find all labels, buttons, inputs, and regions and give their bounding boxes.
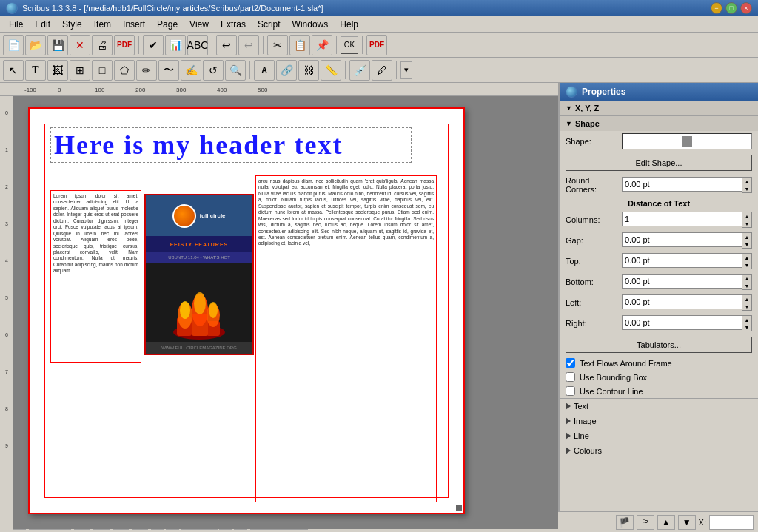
gap-down[interactable]: ▼ xyxy=(742,240,751,248)
top-up[interactable]: ▲ xyxy=(742,254,751,261)
titlebar-controls[interactable]: − □ × xyxy=(711,2,752,14)
flag-icon-1[interactable]: 🏴 xyxy=(616,515,634,530)
zoom-tool[interactable]: 🔍 xyxy=(225,60,246,81)
left-down[interactable]: ▼ xyxy=(742,303,751,310)
image-tool[interactable]: 🖼 xyxy=(47,60,68,81)
tabulators-button[interactable]: Tabulators... xyxy=(566,337,752,353)
text-edit-tool[interactable]: A xyxy=(254,60,275,81)
minimize-button[interactable]: − xyxy=(711,2,722,14)
contour-line-row: Use Contour Line xyxy=(560,384,758,398)
bounding-box-checkbox[interactable] xyxy=(566,372,575,382)
titlebar: Scribus 1.3.3.8 - [/media/hdb1/FullCircl… xyxy=(0,0,758,16)
text-section[interactable]: Text xyxy=(560,399,758,414)
right-text-frame[interactable]: arcu risus dapibus diam, nec sollicitudi… xyxy=(255,175,437,502)
resize-handle[interactable] xyxy=(456,505,462,511)
right-up[interactable]: ▲ xyxy=(742,316,751,323)
edit-shape-button[interactable]: Edit Shape... xyxy=(566,155,752,171)
bezier-tool[interactable]: 〜 xyxy=(158,60,179,81)
freehand-tool[interactable]: ✍ xyxy=(181,60,201,81)
round-corners-up[interactable]: ▲ xyxy=(742,178,751,185)
columns-input[interactable] xyxy=(622,212,742,226)
pen-tool[interactable]: 🖊 xyxy=(372,60,392,81)
top-input[interactable] xyxy=(622,253,742,268)
line-section[interactable]: Line xyxy=(560,428,758,443)
x-coord-input[interactable] xyxy=(709,515,754,530)
measure-tool[interactable]: 📏 xyxy=(321,60,341,81)
menu-extras[interactable]: Extras xyxy=(215,18,252,31)
open-button[interactable]: 📂 xyxy=(25,35,46,55)
left-text-frame[interactable]: Lorem ipsum dolor sit amet, consectetuer… xyxy=(50,190,141,363)
right-input[interactable] xyxy=(622,315,742,330)
shape-section-header[interactable]: ▼ Shape xyxy=(560,116,758,131)
select-tool[interactable]: ↖ xyxy=(3,60,24,81)
save-pdf-button[interactable]: 📊 xyxy=(165,35,186,55)
left-up[interactable]: ▲ xyxy=(742,295,751,303)
ok-button[interactable]: OK xyxy=(341,36,358,54)
svg-text:2: 2 xyxy=(5,184,8,189)
bottom-up[interactable]: ▲ xyxy=(742,275,751,282)
export-button[interactable]: PDF xyxy=(366,35,387,55)
redo-button[interactable]: ↩ xyxy=(238,35,259,55)
columns-up[interactable]: ▲ xyxy=(742,212,751,220)
image-frame[interactable]: full circle FEISTY FEATURES UBUNTU 11.04… xyxy=(144,194,254,355)
separator-4 xyxy=(336,36,337,54)
menu-file[interactable]: File xyxy=(3,18,29,31)
menu-view[interactable]: View xyxy=(184,18,215,31)
round-corners-down[interactable]: ▼ xyxy=(742,185,751,192)
scroll-up-button[interactable]: ▲ xyxy=(657,515,675,530)
spelling-button[interactable]: ABC xyxy=(187,35,208,55)
gap-up[interactable]: ▲ xyxy=(742,233,751,240)
top-down[interactable]: ▼ xyxy=(742,261,751,269)
text-flows-checkbox[interactable] xyxy=(566,358,575,368)
gap-input[interactable] xyxy=(622,232,742,247)
new-button[interactable]: 📄 xyxy=(3,35,24,55)
menu-page[interactable]: Page xyxy=(151,18,184,31)
xy-section-header[interactable]: ▼ X, Y, Z xyxy=(560,101,758,115)
menu-help[interactable]: Help xyxy=(334,18,364,31)
close-button[interactable]: × xyxy=(740,2,752,14)
scroll-down-button[interactable]: ▼ xyxy=(678,515,696,530)
flag-icon-2[interactable]: 🏳 xyxy=(637,515,654,530)
colours-section[interactable]: Colours xyxy=(560,443,758,458)
print-button[interactable]: 🖨 xyxy=(92,35,113,55)
svg-text:100: 100 xyxy=(95,87,105,93)
paste-button[interactable]: 📌 xyxy=(312,35,332,55)
link-tool[interactable]: 🔗 xyxy=(276,60,297,81)
menu-windows[interactable]: Windows xyxy=(286,18,335,31)
copy-button[interactable]: 📋 xyxy=(289,35,310,55)
menu-style[interactable]: Style xyxy=(56,18,88,31)
cut-button[interactable]: ✂ xyxy=(267,35,288,55)
left-input[interactable] xyxy=(622,294,742,309)
menu-edit[interactable]: Edit xyxy=(29,18,56,31)
canvas-area[interactable]: Here is my header text Lorem ipsum dolor… xyxy=(13,96,558,529)
menu-item[interactable]: Item xyxy=(88,18,117,31)
undo-button[interactable]: ↩ xyxy=(216,35,237,55)
round-corners-input[interactable] xyxy=(622,177,742,192)
text-tool[interactable]: T xyxy=(25,60,46,81)
bottom-input[interactable] xyxy=(622,274,742,289)
table-tool[interactable]: ⊞ xyxy=(70,60,90,81)
image-section[interactable]: Image xyxy=(560,414,758,428)
svg-text:3: 3 xyxy=(5,221,8,226)
unlink-tool[interactable]: ⛓ xyxy=(298,60,319,81)
export-pdf-button[interactable]: PDF xyxy=(114,35,135,55)
preflight-button[interactable]: ✔ xyxy=(143,35,164,55)
bottom-down[interactable]: ▼ xyxy=(742,282,751,289)
rect-tool[interactable]: □ xyxy=(92,60,113,81)
columns-down[interactable]: ▼ xyxy=(742,220,751,227)
columns-row: Columns: ▲ ▼ xyxy=(560,209,758,230)
pencil-tool[interactable]: ✏ xyxy=(136,60,157,81)
right-down[interactable]: ▼ xyxy=(742,323,751,331)
save-button[interactable]: 💾 xyxy=(47,35,68,55)
close-doc-button[interactable]: ✕ xyxy=(70,35,90,55)
maximize-button[interactable]: □ xyxy=(725,2,737,14)
menu-insert[interactable]: Insert xyxy=(117,18,151,31)
eyedrop-tool[interactable]: 💉 xyxy=(349,60,370,81)
header-frame[interactable]: Here is my header text xyxy=(50,127,412,163)
contour-line-checkbox[interactable] xyxy=(566,386,575,396)
mode-dropdown[interactable]: ▾ xyxy=(400,61,412,79)
menu-script[interactable]: Script xyxy=(252,18,286,31)
rotate-tool[interactable]: ↺ xyxy=(203,60,224,81)
shape-input[interactable] xyxy=(622,133,752,149)
polygon-tool[interactable]: ⬠ xyxy=(114,60,135,81)
